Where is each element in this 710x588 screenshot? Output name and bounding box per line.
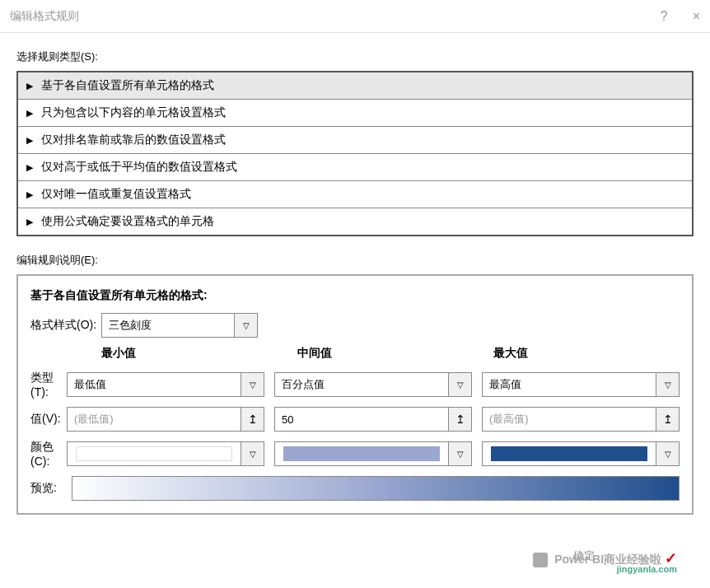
format-style-select[interactable]: 三色刻度 ▽ xyxy=(101,313,258,338)
dialog-title: 编辑格式规则 xyxy=(10,9,79,24)
rule-type-text: 只为包含以下内容的单元格设置格式 xyxy=(41,105,226,120)
min-color-swatch xyxy=(76,446,232,461)
format-style-value: 三色刻度 xyxy=(109,318,152,333)
arrow-icon: ▶ xyxy=(26,217,33,227)
dialog-content: 选择规则类型(S): ▶ 基于各自值设置所有单元格的格式 ▶ 只为包含以下内容的… xyxy=(0,33,710,531)
mid-type-select[interactable]: 百分点值 ▽ xyxy=(274,372,472,397)
rule-type-text: 使用公式确定要设置格式的单元格 xyxy=(41,214,214,229)
format-style-label: 格式样式(O): xyxy=(30,318,101,333)
min-color-select[interactable]: ▽ xyxy=(67,441,264,466)
watermark-text2: jingyanla.com xyxy=(617,564,677,574)
collapse-icon[interactable]: ↥ xyxy=(656,408,679,431)
mid-header: 中间值 xyxy=(297,346,483,361)
arrow-icon: ▶ xyxy=(26,81,33,91)
rule-type-item[interactable]: ▶ 仅对唯一值或重复值设置格式 xyxy=(18,181,692,208)
rule-type-item[interactable]: ▶ 基于各自值设置所有单元格的格式 xyxy=(18,72,692,100)
wechat-icon xyxy=(533,553,548,567)
preview-label: 预览: xyxy=(30,481,72,496)
min-type-select[interactable]: 最低值 ▽ xyxy=(67,372,264,397)
watermark-text1: Power BI商业经验啦 xyxy=(554,553,661,566)
chevron-down-icon: ▽ xyxy=(448,373,471,396)
max-value-text: (最高值) xyxy=(489,412,529,427)
rule-type-item[interactable]: ▶ 只为包含以下内容的单元格设置格式 xyxy=(18,100,692,127)
collapse-icon[interactable]: ↥ xyxy=(448,408,471,431)
type-row: 类型(T): 最低值 ▽ 百分点值 ▽ 最高值 ▽ xyxy=(30,371,680,399)
close-button[interactable]: × xyxy=(693,9,700,24)
format-style-row: 格式样式(O): 三色刻度 ▽ xyxy=(30,313,680,338)
rule-desc-panel: 基于各自值设置所有单元格的格式: 格式样式(O): 三色刻度 ▽ 最小值 中间值… xyxy=(16,274,694,515)
rule-type-item[interactable]: ▶ 仅对排名靠前或靠后的数值设置格式 xyxy=(18,127,692,154)
arrow-icon: ▶ xyxy=(26,135,33,146)
watermark: Power BI商业经验啦 ✓ jingyanla.com xyxy=(533,549,677,567)
mid-type-value: 百分点值 xyxy=(282,377,325,392)
chevron-down-icon: ▽ xyxy=(656,442,679,465)
preview-gradient xyxy=(72,476,680,501)
titlebar: 编辑格式规则 ? × xyxy=(0,0,710,33)
value-row: 值(V): (最低值) ↥ 50 ↥ (最高值) ↥ xyxy=(30,407,680,432)
rule-type-text: 仅对排名靠前或靠后的数值设置格式 xyxy=(41,133,226,147)
color-label: 颜色(C): xyxy=(30,440,67,468)
max-type-value: 最高值 xyxy=(489,377,521,392)
rule-type-item[interactable]: ▶ 使用公式确定要设置格式的单元格 xyxy=(18,208,692,235)
collapse-icon[interactable]: ↥ xyxy=(241,408,264,431)
min-header: 最小值 xyxy=(101,346,287,361)
ok-button-watermark: 确定 xyxy=(573,548,595,563)
rule-type-label: 选择规则类型(S): xyxy=(16,49,694,64)
arrow-icon: ▶ xyxy=(26,108,33,119)
rule-type-text: 基于各自值设置所有单元格的格式 xyxy=(41,78,214,93)
type-label: 类型(T): xyxy=(30,371,67,399)
max-color-swatch xyxy=(491,446,647,461)
chevron-down-icon: ▽ xyxy=(241,442,264,465)
chevron-down-icon: ▽ xyxy=(448,442,471,465)
titlebar-buttons: ? × xyxy=(661,9,700,24)
max-header: 最大值 xyxy=(493,346,680,361)
value-label: 值(V): xyxy=(30,412,67,427)
max-color-select[interactable]: ▽ xyxy=(482,441,680,466)
check-icon: ✓ xyxy=(665,550,677,567)
mid-color-select[interactable]: ▽ xyxy=(274,441,472,466)
max-type-select[interactable]: 最高值 ▽ xyxy=(482,372,680,397)
mid-value-text: 50 xyxy=(282,413,293,426)
help-button[interactable]: ? xyxy=(661,9,668,24)
min-value-input[interactable]: (最低值) ↥ xyxy=(67,407,264,432)
rule-type-item[interactable]: ▶ 仅对高于或低于平均值的数值设置格式 xyxy=(18,154,692,181)
chevron-down-icon: ▽ xyxy=(241,373,264,396)
min-value-text: (最低值) xyxy=(74,412,114,427)
chevron-down-icon: ▽ xyxy=(656,373,679,396)
mid-value-input[interactable]: 50 ↥ xyxy=(274,407,472,432)
arrow-icon: ▶ xyxy=(26,189,33,200)
rule-desc-label: 编辑规则说明(E): xyxy=(16,253,694,268)
arrow-icon: ▶ xyxy=(26,162,33,173)
mid-color-swatch xyxy=(283,446,440,461)
min-type-value: 最低值 xyxy=(74,377,106,392)
column-headers: 最小值 中间值 最大值 xyxy=(101,346,680,366)
preview-row: 预览: xyxy=(30,476,680,501)
desc-title: 基于各自值设置所有单元格的格式: xyxy=(30,288,680,303)
color-row: 颜色(C): ▽ ▽ ▽ xyxy=(30,440,680,468)
chevron-down-icon: ▽ xyxy=(234,314,257,337)
rule-type-text: 仅对唯一值或重复值设置格式 xyxy=(41,187,191,202)
max-value-input[interactable]: (最高值) ↥ xyxy=(482,407,680,432)
rule-type-list: ▶ 基于各自值设置所有单元格的格式 ▶ 只为包含以下内容的单元格设置格式 ▶ 仅… xyxy=(16,71,694,236)
rule-type-text: 仅对高于或低于平均值的数值设置格式 xyxy=(41,160,237,175)
